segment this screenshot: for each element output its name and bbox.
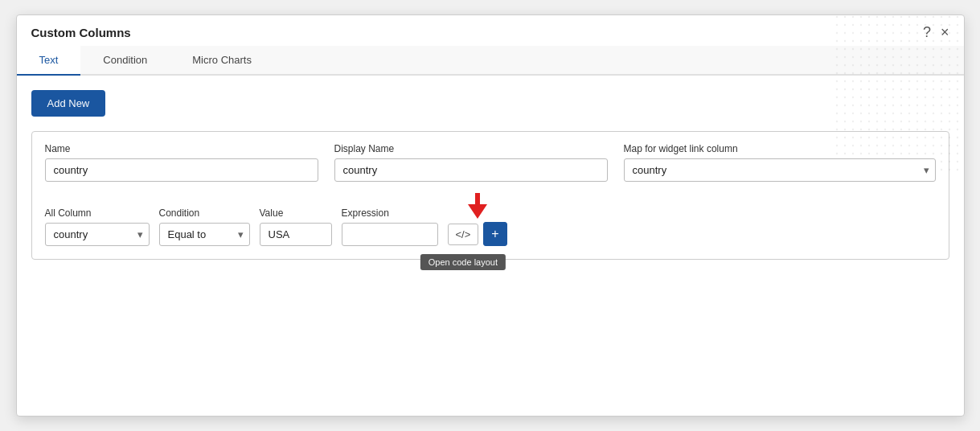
expression-label: Expression — [342, 207, 438, 219]
value-label: Value — [260, 207, 332, 219]
open-code-layout-tooltip: Open code layout — [420, 254, 506, 270]
tab-text[interactable]: Text — [17, 46, 81, 76]
tabs-bar: Text Condition Micro Charts — [17, 46, 964, 76]
dialog-body: Add New Name Display Name Map for widget… — [17, 76, 964, 274]
expression-group: Expression — [342, 207, 438, 246]
add-new-button[interactable]: Add New — [31, 90, 106, 117]
all-column-group: All Column country ▾ — [45, 207, 150, 246]
row-bottom: All Column country ▾ Condition Equal to … — [45, 193, 936, 246]
code-layout-button[interactable]: </> Open code layout — [448, 224, 479, 245]
condition-label: Condition — [159, 207, 250, 219]
all-column-select[interactable]: country — [45, 223, 150, 246]
arrow-head-icon — [468, 204, 487, 219]
arrow-stem — [475, 193, 480, 204]
all-column-select-wrap: country ▾ — [45, 223, 150, 246]
dialog-title: Custom Columns — [31, 26, 131, 39]
condition-select[interactable]: Equal to Not equal to Contains Greater t… — [159, 223, 250, 246]
condition-group: Condition Equal to Not equal to Contains… — [159, 207, 250, 246]
display-name-field-group: Display Name — [334, 143, 608, 182]
expression-input[interactable] — [342, 223, 438, 246]
map-select-wrapper: country ▾ — [624, 158, 936, 182]
tab-condition[interactable]: Condition — [80, 46, 170, 76]
code-btn-container: </> Open code layout + — [448, 193, 507, 246]
value-input[interactable] — [260, 223, 332, 246]
column-row-card: Name Display Name Map for widget link co… — [31, 131, 949, 260]
value-group: Value — [260, 207, 332, 246]
name-input[interactable] — [45, 158, 318, 182]
all-column-label: All Column — [45, 207, 150, 219]
map-field-group: Map for widget link column country ▾ — [624, 143, 936, 182]
header-icons: ? × — [923, 25, 949, 39]
arrow-indicator — [468, 193, 487, 219]
map-select[interactable]: country — [624, 158, 936, 182]
display-name-input[interactable] — [334, 158, 608, 182]
name-field-group: Name — [45, 143, 318, 182]
action-buttons: </> Open code layout + — [448, 222, 507, 246]
condition-select-wrap: Equal to Not equal to Contains Greater t… — [159, 223, 250, 246]
name-label: Name — [45, 143, 318, 154]
tab-micro-charts[interactable]: Micro Charts — [170, 46, 274, 76]
plus-icon: + — [491, 227, 498, 240]
map-label: Map for widget link column — [624, 143, 936, 154]
dialog-header: Custom Columns ? × — [17, 15, 964, 39]
help-button[interactable]: ? — [923, 25, 931, 39]
close-button[interactable]: × — [941, 25, 949, 39]
display-name-label: Display Name — [334, 143, 608, 154]
custom-columns-dialog: Custom Columns ? × Text Condition Micro … — [16, 14, 965, 417]
row-top: Name Display Name Map for widget link co… — [45, 143, 936, 182]
add-condition-button[interactable]: + — [483, 222, 506, 246]
code-icon: </> — [456, 228, 471, 240]
